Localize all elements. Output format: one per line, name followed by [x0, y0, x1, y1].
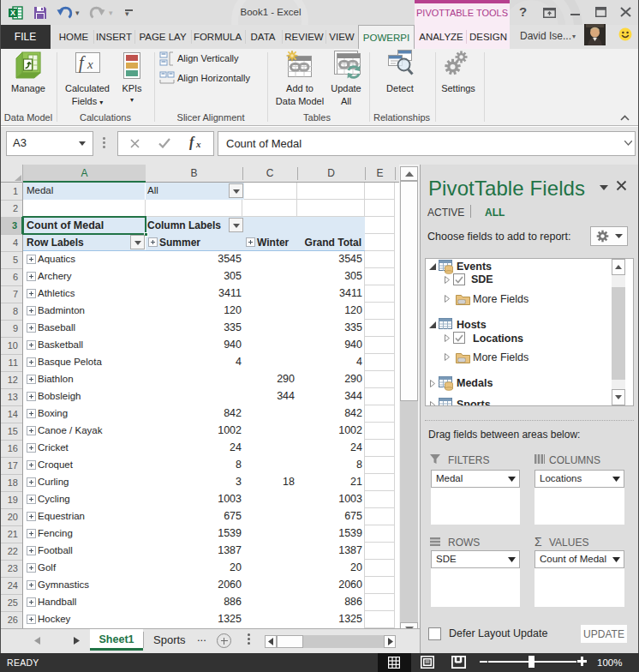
svg-text:x: x [195, 139, 201, 149]
svg-text:f: f [189, 135, 195, 150]
svg-text:X: X [10, 9, 15, 17]
svg-text:x: x [87, 57, 93, 71]
